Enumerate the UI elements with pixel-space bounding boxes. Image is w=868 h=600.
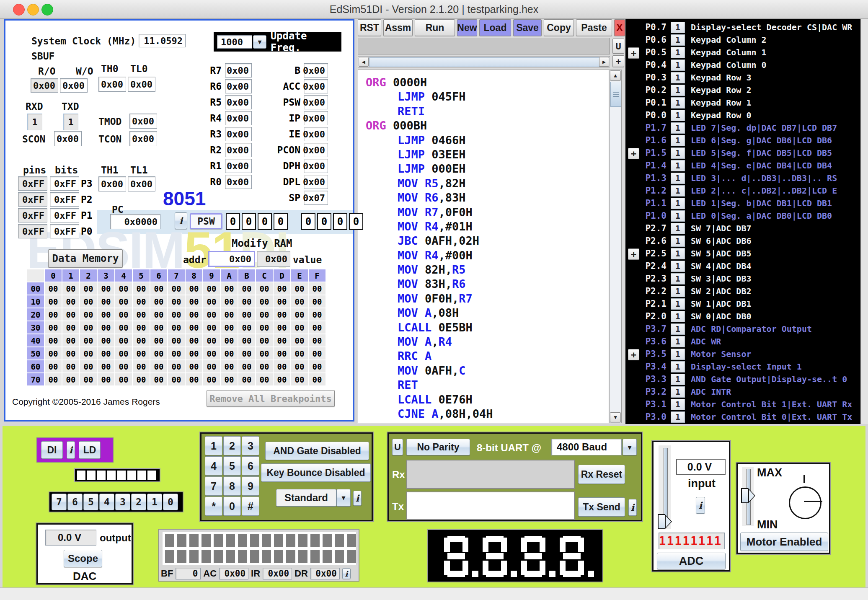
port-pin-value[interactable]: 1 (671, 135, 685, 146)
memory-cell[interactable]: 00 (115, 295, 132, 308)
modify-ram-value-field[interactable]: 0x00 (257, 251, 290, 267)
code-line[interactable]: MOV R4,#00H (366, 249, 609, 263)
memory-cell[interactable]: 00 (256, 321, 273, 334)
memory-cell[interactable]: 00 (291, 321, 308, 334)
psw-bit-box[interactable]: 0 (333, 213, 347, 230)
tcon-field[interactable]: 0x00 (129, 131, 157, 146)
memory-cell[interactable]: 00 (238, 373, 255, 385)
scroll-up-arrow[interactable]: ▲ (610, 70, 621, 80)
memory-cell[interactable]: 00 (45, 347, 62, 359)
memory-cell[interactable]: 00 (238, 334, 255, 347)
assemble-button[interactable]: Assm (383, 19, 413, 36)
memory-cell[interactable]: 00 (150, 360, 167, 372)
memory-cell[interactable]: 00 (62, 308, 79, 321)
memory-cell[interactable]: 00 (62, 360, 79, 372)
sfr-field[interactable]: 0x00 (304, 63, 328, 78)
memory-cell[interactable]: 00 (115, 360, 132, 372)
memory-cell[interactable]: 00 (203, 282, 220, 295)
parity-button[interactable]: No Parity (406, 439, 470, 455)
code-line[interactable]: MOV 0AFH,C (366, 364, 609, 378)
code-line[interactable]: JBC 0AFH,02H (366, 234, 609, 248)
memory-cell[interactable]: 00 (274, 347, 290, 359)
code-vertical-scrollbar[interactable]: ▲ ▼ (609, 70, 622, 423)
memory-cell[interactable]: 00 (115, 308, 132, 321)
tl0-field[interactable]: 0x00 (128, 77, 155, 92)
switch-button[interactable]: 3 (115, 494, 130, 510)
memory-cell[interactable]: 00 (115, 347, 132, 359)
memory-cell[interactable]: 00 (274, 295, 290, 308)
register-field[interactable]: 0x00 (225, 95, 252, 109)
load-button[interactable]: Load (479, 19, 511, 36)
memory-cell[interactable]: 00 (45, 360, 62, 372)
keypad-key[interactable]: 7 (205, 476, 222, 496)
update-freq-field[interactable]: 1000 (217, 35, 252, 49)
code-line[interactable]: ORG 000BH (366, 119, 609, 133)
reset-button[interactable]: RST (358, 19, 381, 36)
register-field[interactable]: 0x00 (225, 79, 252, 93)
memory-cell[interactable]: 00 (221, 334, 238, 347)
psw-bit-box[interactable]: 0 (258, 213, 272, 230)
memory-cell[interactable]: 00 (203, 295, 220, 308)
port-pin-value[interactable]: 1 (671, 72, 685, 83)
memory-cell[interactable]: 00 (150, 295, 167, 308)
memory-cell[interactable]: 00 (98, 347, 114, 359)
psw-bit-box[interactable]: 0 (317, 213, 331, 230)
port-pin-value[interactable]: 1 (671, 85, 685, 96)
switch-button[interactable]: 5 (83, 494, 98, 510)
key-bounce-button[interactable]: Key Bounce Disabled (261, 463, 371, 482)
code-line[interactable]: MOV R7,0F0H (366, 206, 609, 220)
memory-cell[interactable]: 00 (186, 334, 202, 347)
and-gate-button[interactable]: AND Gate Disabled (265, 442, 369, 460)
memory-cell[interactable]: 00 (238, 321, 255, 334)
motor-slider-thumb[interactable] (741, 488, 755, 503)
switch-button[interactable]: 1 (147, 494, 162, 510)
update-freq-dropdown-arrow[interactable]: ▼ (253, 35, 266, 49)
keypad-key[interactable]: * (205, 497, 222, 516)
memory-cell[interactable]: 00 (80, 282, 97, 295)
code-line[interactable]: MOV 83H,R6 (366, 277, 609, 292)
memory-cell[interactable]: 00 (168, 308, 185, 321)
th0-field[interactable]: 0x00 (98, 77, 126, 92)
port-pin-value[interactable]: 1 (671, 273, 685, 284)
expand-p0-button[interactable]: + (628, 47, 639, 59)
memory-cell[interactable]: 00 (309, 282, 326, 295)
memory-cell[interactable]: 00 (186, 282, 202, 295)
expand-p2-button[interactable]: + (628, 248, 639, 260)
scroll-right-arrow[interactable]: ▶ (599, 57, 609, 67)
memory-cell[interactable]: 00 (238, 360, 255, 372)
memory-cell[interactable]: 00 (256, 282, 273, 295)
code-line[interactable]: CJNE A,08H,04H (366, 407, 609, 422)
memory-cell[interactable]: 00 (45, 321, 62, 334)
vertical-scroll-thumb[interactable] (610, 82, 621, 107)
port-bits-field[interactable]: 0xFF (50, 208, 79, 222)
port-pin-value[interactable]: 1 (671, 298, 685, 310)
keypad-key[interactable]: 4 (205, 456, 222, 476)
font-plus-button[interactable]: + (612, 55, 624, 67)
memory-cell[interactable]: 00 (98, 295, 114, 308)
expand-p3-button[interactable]: + (628, 349, 639, 360)
port-pin-value[interactable]: 1 (671, 261, 685, 272)
memory-cell[interactable]: 00 (80, 295, 97, 308)
memory-cell[interactable]: 00 (309, 321, 326, 334)
keypad-mode-select[interactable]: Standard (276, 489, 336, 507)
code-line[interactable]: MOV R5,82H (366, 177, 609, 191)
update-mode-button[interactable]: U (612, 39, 624, 54)
port-pin-value[interactable]: 1 (671, 336, 685, 347)
psw-button[interactable]: PSW (190, 213, 222, 229)
memory-cell[interactable]: 00 (80, 360, 97, 372)
memory-cell[interactable]: 00 (203, 347, 220, 359)
memory-cell[interactable]: 00 (80, 373, 97, 385)
memory-cell[interactable]: 00 (150, 347, 167, 359)
memory-cell[interactable]: 00 (133, 347, 150, 359)
scope-button[interactable]: Scope (64, 550, 102, 567)
sbuf-wo-field[interactable]: 0x00 (60, 78, 88, 93)
code-line[interactable]: MOV A,R4 (366, 335, 609, 349)
memory-cell[interactable]: 00 (150, 282, 167, 295)
lcd-info-button[interactable]: i (342, 568, 351, 579)
port-bits-field[interactable]: 0xFF (50, 224, 79, 238)
memory-cell[interactable]: 00 (274, 334, 290, 347)
memory-cell[interactable]: 00 (45, 282, 62, 295)
memory-cell[interactable]: 00 (133, 321, 150, 334)
memory-cell[interactable]: 00 (221, 321, 238, 334)
memory-cell[interactable]: 00 (203, 334, 220, 347)
